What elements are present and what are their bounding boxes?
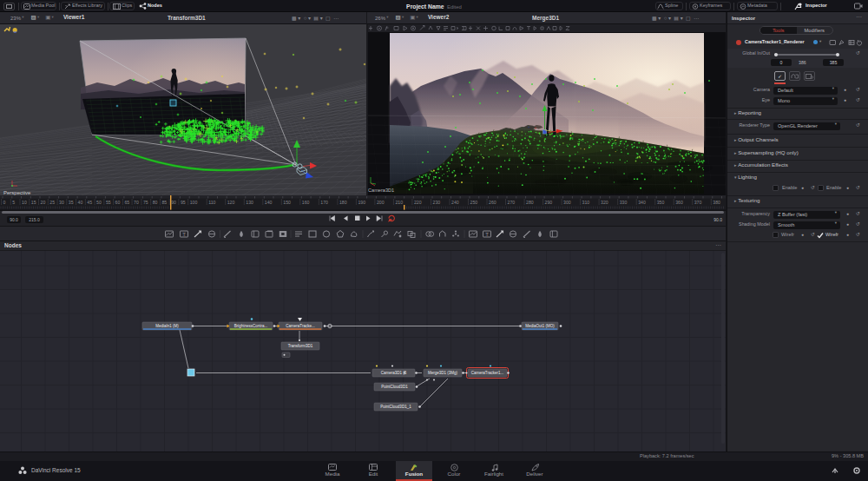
svg-text:270: 270 bbox=[508, 200, 516, 205]
svg-text:140: 140 bbox=[265, 200, 273, 205]
svg-text:CameraTracker1...: CameraTracker1... bbox=[471, 371, 503, 375]
svg-text:10: 10 bbox=[22, 200, 27, 205]
svg-text:340: 340 bbox=[638, 200, 646, 205]
svg-text:PointCloud3D1_1: PointCloud3D1_1 bbox=[380, 405, 411, 409]
svg-text:35: 35 bbox=[69, 200, 74, 205]
svg-text:Perspective: Perspective bbox=[3, 190, 31, 195]
svg-text:280: 280 bbox=[526, 200, 534, 205]
svg-text:100: 100 bbox=[190, 200, 198, 205]
svg-text:40: 40 bbox=[78, 200, 83, 205]
svg-text:5: 5 bbox=[12, 200, 15, 205]
svg-text:50: 50 bbox=[96, 200, 102, 205]
svg-text:30: 30 bbox=[59, 200, 64, 205]
svg-text:250: 250 bbox=[470, 200, 478, 205]
svg-text:0: 0 bbox=[3, 200, 6, 205]
svg-text:T: T bbox=[485, 232, 489, 237]
svg-text:45: 45 bbox=[87, 200, 92, 205]
svg-text:290: 290 bbox=[545, 200, 553, 205]
svg-text:Camera3D1 (5: Camera3D1 (5 bbox=[381, 371, 407, 375]
svg-text:230: 230 bbox=[433, 200, 441, 205]
svg-text:310: 310 bbox=[582, 200, 590, 205]
svg-text:170: 170 bbox=[320, 200, 328, 205]
svg-text:110: 110 bbox=[208, 200, 215, 205]
svg-text:T: T bbox=[182, 232, 186, 237]
svg-text:330: 330 bbox=[620, 200, 628, 205]
svg-text:160: 160 bbox=[302, 200, 310, 205]
svg-text:MediaIn1 (M): MediaIn1 (M) bbox=[155, 324, 179, 328]
svg-text:120: 120 bbox=[227, 200, 235, 205]
svg-text:70: 70 bbox=[134, 200, 139, 205]
svg-text:380: 380 bbox=[713, 200, 720, 205]
svg-text:80: 80 bbox=[153, 200, 158, 205]
svg-text:Camera3D1: Camera3D1 bbox=[368, 188, 394, 193]
svg-text:85: 85 bbox=[161, 200, 167, 205]
svg-text:350: 350 bbox=[657, 200, 665, 205]
svg-text:300: 300 bbox=[563, 200, 571, 205]
svg-text:95: 95 bbox=[181, 200, 186, 205]
svg-text:210: 210 bbox=[395, 200, 403, 205]
svg-text:55: 55 bbox=[106, 200, 111, 205]
svg-text:90: 90 bbox=[171, 200, 176, 205]
svg-text:75: 75 bbox=[143, 200, 148, 205]
svg-text:20: 20 bbox=[41, 200, 46, 205]
svg-text:190: 190 bbox=[358, 200, 365, 205]
svg-text:320: 320 bbox=[601, 200, 608, 205]
svg-text:240: 240 bbox=[451, 200, 459, 205]
svg-text:BrightnessContra...: BrightnessContra... bbox=[234, 324, 268, 328]
svg-text:150: 150 bbox=[283, 200, 291, 205]
svg-text:220: 220 bbox=[414, 200, 422, 205]
svg-text:Transform3D1: Transform3D1 bbox=[288, 344, 313, 348]
svg-text:25: 25 bbox=[49, 200, 55, 205]
svg-text:Merge3D1 (3Mg): Merge3D1 (3Mg) bbox=[428, 371, 458, 375]
svg-text:200: 200 bbox=[377, 200, 385, 205]
svg-text:370: 370 bbox=[694, 200, 702, 205]
svg-text:CameraTracke...: CameraTracke... bbox=[286, 324, 314, 328]
svg-text:180: 180 bbox=[339, 200, 347, 205]
svg-text:PointCloud3D1: PointCloud3D1 bbox=[381, 385, 408, 389]
svg-text:60: 60 bbox=[115, 200, 121, 205]
svg-text:260: 260 bbox=[489, 200, 496, 205]
svg-text:360: 360 bbox=[675, 200, 683, 205]
svg-text:15: 15 bbox=[31, 200, 36, 205]
svg-text:MediaOut1 (MO): MediaOut1 (MO) bbox=[525, 324, 555, 328]
svg-text:130: 130 bbox=[246, 200, 253, 205]
svg-text:65: 65 bbox=[124, 200, 129, 205]
